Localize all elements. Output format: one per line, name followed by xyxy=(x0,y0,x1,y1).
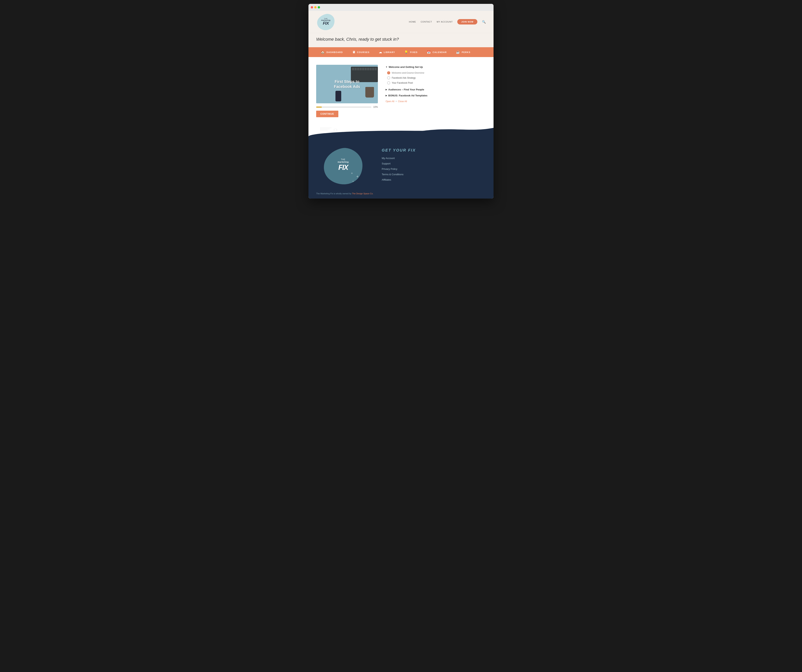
lesson-item-3[interactable]: Your Facebook Pixel xyxy=(387,81,486,86)
nav-item-dashboard[interactable]: 🏠 DASHBOARD xyxy=(316,47,348,57)
footer-bottom: The Marketing Fix is wholly owned by The… xyxy=(309,191,493,199)
footer-link-item-privacy: Privacy Policy xyxy=(382,167,486,171)
open-close-links: Open All • Close All xyxy=(386,100,486,103)
design-space-link[interactable]: The Design Space Co. xyxy=(352,192,374,195)
footer-link-item-my-account: My Account xyxy=(382,156,486,160)
browser-chrome xyxy=(309,4,493,11)
course-navigation: 🏠 DASHBOARD 🖥 COURSES ☁ LIBRARY 💡 FIXES … xyxy=(309,47,493,57)
lesson-item-1[interactable]: ✓ Welcome and Course Overview xyxy=(387,70,486,75)
course-thumbnail-title: First Steps to Facebook Ads xyxy=(330,79,364,89)
continue-button[interactable]: CONTINUE xyxy=(316,111,338,117)
footer-logo-the: THE xyxy=(338,158,349,161)
phone-decoration xyxy=(335,91,341,102)
welcome-message: Welcome back, Chris, ready to get stuck … xyxy=(316,37,486,42)
library-label: LIBRARY xyxy=(384,51,395,53)
nav-item-courses[interactable]: 🖥 COURSES xyxy=(348,47,374,57)
course-thumbnail: First Steps to Facebook Ads xyxy=(316,65,378,103)
section-header-bonus[interactable]: ▶ BONUS: Facebook Ad Templates xyxy=(386,92,486,99)
progress-percent: 10% xyxy=(373,106,378,108)
nav-item-perks[interactable]: ☕ PERKS xyxy=(451,47,475,57)
plus-decoration-3: + xyxy=(352,180,354,183)
perks-icon: ☕ xyxy=(456,50,460,54)
progress-bar-track xyxy=(316,107,371,108)
nav-home[interactable]: HOME xyxy=(409,21,416,23)
footer-logo-area: THE marketing FIX + + + xyxy=(316,146,370,185)
footer: THE marketing FIX + + + GET YOUR FIX My … xyxy=(309,136,493,191)
main-content: First Steps to Facebook Ads 10% CONTINUE xyxy=(309,57,493,117)
section-header-welcome[interactable]: ▼ Welcome and Getting Set Up xyxy=(386,66,486,68)
search-button[interactable]: 🔍 xyxy=(482,20,486,24)
perks-label: PERKS xyxy=(462,51,471,53)
section-header-audiences[interactable]: ▶ Audiences – Find Your People xyxy=(386,87,486,92)
calendar-label: CALENDAR xyxy=(433,51,447,53)
course-card-left: First Steps to Facebook Ads 10% CONTINUE xyxy=(316,65,378,117)
svg-point-3 xyxy=(334,129,337,131)
library-icon: ☁ xyxy=(379,50,382,54)
lessons-list-welcome: ✓ Welcome and Course Overview Facebook A… xyxy=(386,70,486,86)
footer-logo-fix: FIX xyxy=(338,163,349,172)
fixes-label: FIXES xyxy=(410,51,417,53)
footer-link-terms-conditions[interactable]: Terms & Conditions xyxy=(382,173,404,176)
logo-area: THE marketing FIX xyxy=(316,13,335,31)
courses-icon: 🖥 xyxy=(352,50,356,54)
close-dot[interactable] xyxy=(311,6,313,8)
dashboard-label: DASHBOARD xyxy=(327,51,343,53)
footer-heading: GET YOUR FIX xyxy=(382,148,486,152)
section-title-welcome: Welcome and Getting Set Up xyxy=(389,66,423,68)
lesson-title-3: Your Facebook Pixel xyxy=(392,82,413,84)
footer-link-privacy-policy[interactable]: Privacy Policy xyxy=(382,168,397,170)
ownership-text: The Marketing Fix is wholly owned by xyxy=(316,192,352,195)
calendar-icon: 📅 xyxy=(427,50,431,54)
footer-logo-marketing: marketing xyxy=(338,161,349,163)
section-arrow-audiences: ▶ xyxy=(386,89,387,90)
progress-bar-fill xyxy=(316,107,322,108)
footer-link-support[interactable]: Support xyxy=(382,162,391,165)
footer-links-list: My Account Support Privacy Policy Terms … xyxy=(382,156,486,181)
close-all-link[interactable]: Close All xyxy=(398,100,407,103)
thumbnail-background: First Steps to Facebook Ads xyxy=(316,65,378,103)
open-all-link[interactable]: Open All xyxy=(386,100,394,103)
lesson-title-2: Facebook Ads Strategy xyxy=(392,76,416,79)
courses-label: COURSES xyxy=(357,51,370,53)
site-header: THE marketing FIX HOME CONTACT MY ACCOUN… xyxy=(309,11,493,33)
section-title-bonus: BONUS: Facebook Ad Templates xyxy=(388,94,427,97)
lesson-title-1: Welcome and Course Overview xyxy=(392,71,424,74)
lesson-check-empty-2 xyxy=(387,76,390,79)
footer-right: GET YOUR FIX My Account Support Privacy … xyxy=(382,146,486,181)
footer-link-affiliates[interactable]: Affiliates xyxy=(382,178,391,181)
dashboard-icon: 🏠 xyxy=(321,50,325,54)
minimize-dot[interactable] xyxy=(314,6,317,8)
header-nav: HOME CONTACT MY ACCOUNT JOIN NOW 🔍 xyxy=(409,19,486,24)
section-title-audiences: Audiences – Find Your People xyxy=(388,88,424,91)
lesson-item-2[interactable]: Facebook Ads Strategy xyxy=(387,75,486,81)
lesson-check-done-1: ✓ xyxy=(387,71,390,74)
nav-item-fixes[interactable]: 💡 FIXES xyxy=(399,47,422,57)
plus-decoration-1: + xyxy=(356,174,359,179)
section-arrow-bonus: ▶ xyxy=(386,94,387,97)
separator: • xyxy=(396,100,396,103)
footer-blob: THE marketing FIX + + + xyxy=(322,146,364,185)
progress-row: 10% xyxy=(316,106,378,108)
nav-item-calendar[interactable]: 📅 CALENDAR xyxy=(422,47,451,57)
lesson-check-empty-3 xyxy=(387,81,390,84)
footer-link-item-affiliates: Affiliates xyxy=(382,178,486,181)
nav-item-library[interactable]: ☁ LIBRARY xyxy=(374,47,399,57)
fixes-icon: 💡 xyxy=(404,50,409,54)
footer-link-item-terms: Terms & Conditions xyxy=(382,173,486,176)
browser-window: THE marketing FIX HOME CONTACT MY ACCOUN… xyxy=(309,4,493,199)
nav-my-account[interactable]: MY ACCOUNT xyxy=(437,21,453,23)
course-curriculum: ▼ Welcome and Getting Set Up ✓ Welcome a… xyxy=(386,65,486,103)
logo-fix-text: FIX xyxy=(321,21,330,26)
nav-contact[interactable]: CONTACT xyxy=(420,21,432,23)
logo-blob: THE marketing FIX xyxy=(316,13,335,31)
search-icon: 🔍 xyxy=(482,20,486,24)
plus-decoration-2: + xyxy=(351,171,353,175)
maximize-dot[interactable] xyxy=(318,6,320,8)
coffee-decoration xyxy=(365,87,374,97)
welcome-bar: Welcome back, Chris, ready to get stuck … xyxy=(309,33,493,47)
footer-link-item-support: Support xyxy=(382,162,486,165)
join-now-button[interactable]: JOIN NOW xyxy=(457,19,477,24)
section-arrow-welcome: ▼ xyxy=(386,66,388,68)
footer-link-my-account[interactable]: My Account xyxy=(382,157,395,160)
